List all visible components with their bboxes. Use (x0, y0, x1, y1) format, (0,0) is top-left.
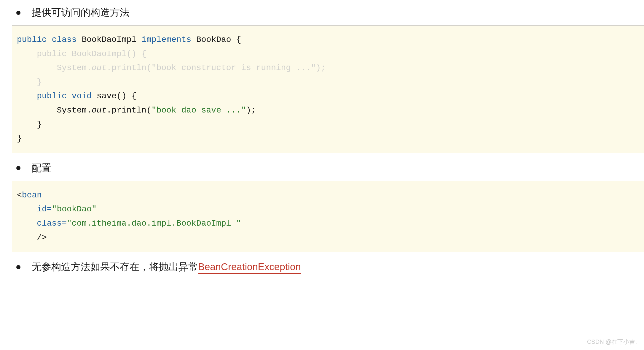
code-block-java: public class BookDaoImpl implements Book… (12, 25, 644, 153)
bullet-dot-icon (16, 265, 20, 269)
ctor-line1: public BookDaoImpl() { (17, 49, 146, 58)
ctor-out: out (92, 63, 106, 72)
kw-class: class (52, 35, 77, 44)
bullet-item-3: 无参构造方法如果不存在，将抛出异常BeanCreationException (0, 260, 644, 274)
save-name: save() (97, 91, 127, 101)
xml-bean: bean (22, 191, 42, 200)
save-public: public (17, 91, 67, 101)
bullet-item-1: 提供可访问的构造方法 (0, 6, 644, 19)
save-void: void (72, 91, 92, 101)
bullet-item-2: 配置 (0, 161, 644, 175)
save-sys: System. (17, 106, 92, 115)
bullet-text-3-prefix: 无参构造方法如果不存在，将抛出异常 (32, 260, 198, 274)
xml-id-q2: " (92, 205, 97, 214)
xml-class-val: com.itheima.dao.impl.BookDaoImpl (72, 219, 236, 228)
xml-class-q1: " (67, 219, 72, 228)
xml-class-attr: class= (17, 219, 67, 228)
xml-close: /> (17, 233, 47, 242)
xml-lt: < (17, 191, 22, 200)
kw-public: public (17, 35, 47, 44)
brace-open: { (236, 35, 241, 44)
xml-id-val: bookDao (57, 205, 92, 214)
bullet-dot-icon (16, 166, 20, 170)
save-brace: { (132, 91, 137, 101)
save-out: out (92, 106, 106, 115)
interface-name: BookDao (196, 35, 231, 44)
ctor-tail: .println("book constructor is running ..… (106, 63, 326, 72)
code-block-xml: <bean id="bookDao" class="com.itheima.da… (12, 181, 644, 252)
kw-implements: implements (141, 35, 191, 44)
classname: BookDaoImpl (82, 35, 136, 44)
bullet-text-2: 配置 (32, 161, 51, 175)
ctor-sys: System. (17, 63, 92, 72)
save-print: .println( (106, 106, 151, 115)
xml-id-attr: id= (17, 205, 52, 214)
save-str: "book dao save ..." (152, 106, 246, 115)
exception-name: BeanCreationException (198, 261, 301, 273)
bullet-text-1: 提供可访问的构造方法 (32, 6, 130, 19)
xml-id-q1: " (52, 205, 57, 214)
ctor-close: } (17, 77, 42, 87)
save-close: } (17, 120, 42, 129)
bullet-dot-icon (16, 11, 20, 15)
xml-class-q2: " (236, 219, 241, 228)
brace-close: } (17, 134, 22, 143)
save-end: ); (246, 106, 256, 115)
